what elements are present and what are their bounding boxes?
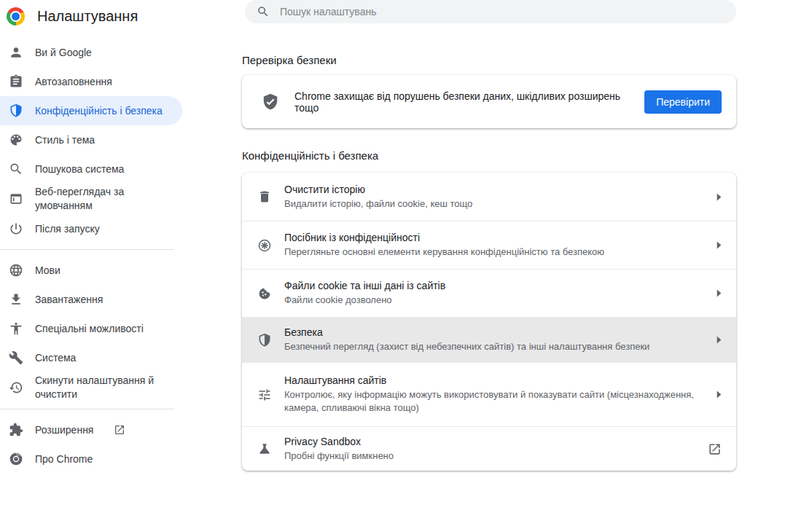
row-text: Безпека Безпечний перегляд (захист від н… [284, 326, 717, 353]
settings-row-privacy-sandbox[interactable]: Privacy Sandbox Пробні функції вимкнено [242, 426, 736, 471]
page-title: Налаштування [37, 8, 138, 25]
sidebar-item-search-engine[interactable]: Пошукова система [0, 154, 182, 184]
magnifier-icon [9, 162, 23, 176]
palette-icon [9, 133, 23, 147]
row-subtitle: Безпечний перегляд (захист від небезпечн… [284, 340, 708, 353]
sidebar-item-autofill[interactable]: Автозаповнення [0, 67, 182, 96]
search-input[interactable] [280, 6, 725, 17]
sidebar-item-about-chrome[interactable]: Про Chrome [0, 444, 182, 474]
row-subtitle: Пробні функції вимкнено [284, 450, 699, 463]
row-title: Файли cookie та інші дані із сайтів [284, 280, 708, 291]
sidebar-item-label: Мови [35, 264, 60, 278]
open-in-new-icon [114, 424, 125, 436]
settings-row-cookies[interactable]: Файли cookie та інші дані із сайтів Файл… [242, 269, 736, 317]
sidebar-item-label: Завантаження [35, 293, 103, 307]
row-text: Privacy Sandbox Пробні функції вимкнено [284, 436, 708, 463]
browser-icon [9, 192, 23, 206]
section-heading-privacy-security: Конфіденційність і безпека [242, 149, 378, 162]
sidebar-item-languages[interactable]: Мови [0, 256, 182, 285]
sidebar-divider [0, 409, 173, 409]
sidebar-item-label: Конфіденційність і безпека [35, 104, 163, 118]
settings-row-privacy-guide[interactable]: Посібник із конфіденційності Перегляньте… [242, 221, 736, 269]
sidebar-item-label: Автозаповнення [35, 75, 112, 89]
sidebar-item-privacy-security[interactable]: Конфіденційність і безпека [0, 96, 182, 125]
security-shield-icon [257, 333, 273, 348]
privacy-guide-icon [257, 238, 273, 253]
chrome-gray-icon [9, 452, 23, 466]
chevron-right-icon [717, 336, 722, 344]
shield-icon [9, 103, 23, 118]
sidebar-item-reset[interactable]: Скинути налаштування й очистити [0, 372, 182, 403]
tune-icon [257, 388, 273, 402]
check-now-button[interactable]: Перевірити [644, 90, 722, 114]
settings-search[interactable] [245, 0, 736, 23]
sidebar-item-label: Стиль і тема [35, 133, 95, 147]
row-title: Очистити історію [284, 184, 708, 195]
chrome-logo-icon [7, 7, 25, 26]
sidebar-divider [0, 249, 173, 250]
download-icon [9, 292, 23, 307]
person-icon [9, 45, 23, 60]
safety-check-card: Chrome захищає від порушень безпеки дани… [242, 75, 736, 128]
sidebar-item-extensions[interactable]: Розширення [0, 415, 182, 444]
row-text: Очистити історію Видалити історію, файли… [284, 184, 717, 211]
sidebar-item-label: Про Chrome [35, 452, 93, 466]
row-text: Налаштування сайтів Контролює, яку інфор… [284, 374, 717, 415]
row-title: Privacy Sandbox [284, 436, 699, 447]
flask-icon [257, 442, 273, 456]
chevron-right-icon [717, 241, 722, 249]
sidebar-item-you-and-google[interactable]: Ви й Google [0, 38, 182, 67]
app-header: Налаштування [0, 0, 182, 32]
shield-check-icon [261, 93, 280, 111]
safety-check-message: Chrome захищає від порушень безпеки дани… [294, 90, 630, 114]
privacy-security-card: Очистити історію Видалити історію, файли… [242, 173, 736, 471]
settings-row-clear-history[interactable]: Очистити історію Видалити історію, файли… [242, 173, 736, 221]
sidebar-item-accessibility[interactable]: Спеціальні можливості [0, 314, 182, 343]
sidebar-item-appearance[interactable]: Стиль і тема [0, 125, 182, 154]
trash-icon [257, 189, 273, 204]
sidebar-item-label: Пошукова система [35, 162, 124, 176]
chevron-right-icon [717, 289, 722, 297]
row-title: Посібник із конфіденційності [284, 232, 708, 243]
wrench-icon [9, 350, 23, 365]
settings-row-site-settings[interactable]: Налаштування сайтів Контролює, яку інфор… [242, 362, 736, 426]
sidebar-item-label: Веб-переглядач за умовчанням [35, 185, 176, 213]
row-subtitle: Контролює, яку інформацію можуть викорис… [284, 388, 708, 415]
sidebar-item-label: Скинути налаштування й очистити [35, 374, 176, 401]
row-subtitle: Файли cookie дозволено [284, 294, 708, 307]
row-title: Налаштування сайтів [284, 374, 708, 386]
sidebar-item-label: Спеціальні можливості [35, 322, 144, 336]
clipboard-icon [9, 74, 23, 89]
sidebar-item-downloads[interactable]: Завантаження [0, 285, 182, 314]
sidebar-item-system[interactable]: Система [0, 343, 182, 372]
sidebar-item-label: Система [35, 351, 76, 365]
sidebar-item-label: Після запуску [35, 222, 100, 236]
chevron-right-icon [717, 391, 722, 399]
cookie-icon [257, 286, 273, 301]
section-heading-safety-check: Перевірка безпеки [242, 54, 337, 66]
row-subtitle: Видалити історію, файли cookie, кеш тощо [284, 197, 708, 211]
accessibility-icon [9, 321, 23, 336]
row-title: Безпека [284, 326, 708, 338]
row-text: Посібник із конфіденційності Перегляньте… [284, 232, 717, 259]
row-text: Файли cookie та інші дані із сайтів Файл… [284, 280, 717, 307]
sidebar: Налаштування Ви й Google Автозаповнення … [0, 0, 182, 474]
sidebar-item-label: Ви й Google [35, 46, 92, 60]
globe-icon [9, 263, 23, 278]
settings-row-security[interactable]: Безпека Безпечний перегляд (захист від н… [242, 317, 736, 362]
row-subtitle: Перегляньте основні елементи керування к… [284, 246, 708, 259]
sidebar-nav: Ви й Google Автозаповнення Конфіденційні… [0, 38, 182, 474]
power-icon [9, 221, 23, 236]
sidebar-item-on-startup[interactable]: Після запуску [0, 214, 182, 243]
search-icon [257, 5, 270, 18]
sidebar-item-label: Розширення [35, 423, 93, 437]
sidebar-item-default-browser[interactable]: Веб-переглядач за умовчанням [0, 184, 182, 214]
open-in-new-icon [708, 442, 722, 456]
history-restore-icon [9, 380, 23, 395]
puzzle-icon [9, 423, 23, 437]
chevron-right-icon [717, 193, 722, 201]
